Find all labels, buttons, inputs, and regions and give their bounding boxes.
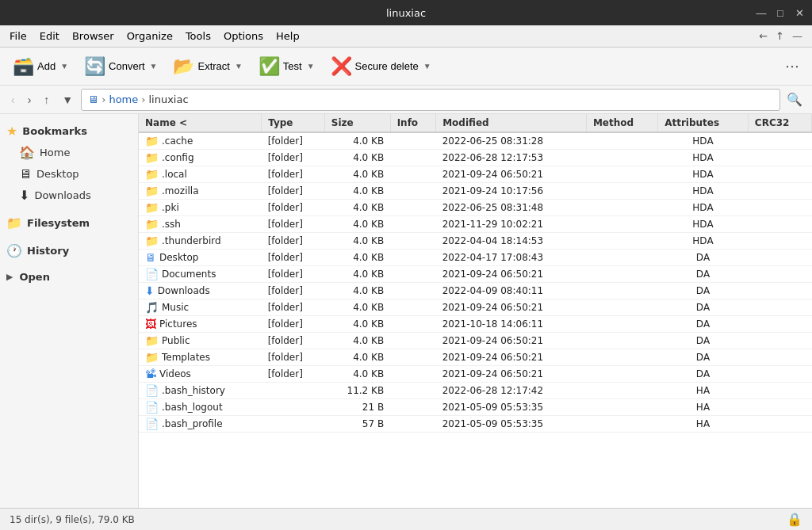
cell-method	[586, 132, 657, 150]
minimize-button[interactable]: —	[755, 6, 768, 19]
cell-method	[586, 266, 657, 283]
menu-browser[interactable]: Browser	[66, 28, 121, 44]
menu-tools[interactable]: Tools	[179, 28, 217, 44]
cell-modified: 2022-04-04 18:14:53	[436, 233, 587, 250]
table-row[interactable]: ⬇ Downloads [folder] 4.0 KB 2022-04-09 0…	[139, 283, 812, 299]
cell-type: [folder]	[262, 316, 325, 333]
menu-options[interactable]: Options	[217, 28, 270, 44]
cell-method	[586, 333, 657, 349]
table-row[interactable]: 📁 .config [folder] 4.0 KB 2022-06-28 12:…	[139, 150, 812, 166]
menu-help[interactable]: Help	[270, 28, 306, 44]
menu-organize[interactable]: Organize	[121, 28, 179, 44]
table-row[interactable]: 📁 .mozilla [folder] 4.0 KB 2021-09-24 10…	[139, 183, 812, 200]
table-row[interactable]: 📄 .bash_profile 57 B 2021-05-09 05:53:35…	[139, 416, 812, 433]
convert-button[interactable]: 🔄 Convert ▼	[78, 52, 163, 81]
filename: .bash_history	[162, 385, 225, 396]
sidebar-item-downloads[interactable]: ⬇ Downloads	[0, 185, 138, 206]
table-row[interactable]: 📄 .bash_history 11.2 KB 2022-06-28 12:17…	[139, 383, 812, 399]
close-button[interactable]: ✕	[793, 6, 806, 19]
table-row[interactable]: 🖥 Desktop [folder] 4.0 KB 2022-04-17 17:…	[139, 250, 812, 266]
sidebar: ★ Bookmarks 🏠 Home 🖥 Desktop ⬇ Downloads…	[0, 114, 139, 508]
folder-videos-icon: 📽	[145, 368, 156, 380]
cell-type: [folder]	[262, 150, 325, 166]
col-name[interactable]: Name <	[139, 114, 262, 132]
table-row[interactable]: 📁 .pki [folder] 4.0 KB 2022-06-25 08:31:…	[139, 200, 812, 216]
maximize-button[interactable]: □	[774, 6, 787, 19]
search-button[interactable]: 🔍	[783, 89, 806, 110]
cell-modified: 2021-09-24 06:50:21	[436, 266, 587, 283]
cell-crc32	[748, 299, 811, 316]
table-row[interactable]: 📁 .cache [folder] 4.0 KB 2022-06-25 08:3…	[139, 132, 812, 150]
bookmarks-label: Bookmarks	[22, 125, 87, 137]
cell-type: [folder]	[262, 183, 325, 200]
filename: Pictures	[159, 318, 197, 330]
breadcrumb-home[interactable]: home	[109, 93, 138, 105]
table-row[interactable]: 📁 .local [folder] 4.0 KB 2021-09-24 06:5…	[139, 166, 812, 183]
menubar-arrows: ← ↑ —	[753, 29, 809, 44]
table-row[interactable]: 📄 .bash_logout 21 B 2021-05-09 05:53:35 …	[139, 399, 812, 416]
col-attributes[interactable]: Attributes	[658, 114, 749, 132]
col-method[interactable]: Method	[586, 114, 657, 132]
nav-dropdown-button[interactable]: ▼	[57, 90, 78, 109]
toolbar-more-button[interactable]: ⋯	[779, 55, 806, 78]
cell-type: [folder]	[262, 233, 325, 250]
cell-method	[586, 283, 657, 299]
cell-size: 4.0 KB	[324, 283, 390, 299]
cell-size: 11.2 KB	[324, 383, 390, 399]
secure-delete-icon: ❌	[331, 56, 352, 77]
cell-size: 4.0 KB	[324, 266, 390, 283]
cell-modified: 2021-05-09 05:53:35	[436, 399, 587, 416]
col-size[interactable]: Size	[324, 114, 390, 132]
arrow-left[interactable]: ←	[756, 29, 771, 44]
table-row[interactable]: 📽 Videos [folder] 4.0 KB 2021-09-24 06:5…	[139, 366, 812, 383]
cell-modified: 2021-09-24 06:50:21	[436, 333, 587, 349]
folder-icon: 📁	[145, 135, 159, 147]
history-label: History	[27, 245, 69, 257]
sidebar-item-home[interactable]: 🏠 Home	[0, 142, 138, 163]
col-modified[interactable]: Modified	[436, 114, 587, 132]
cell-info	[390, 166, 436, 183]
cell-crc32	[748, 150, 811, 166]
table-row[interactable]: 🖼 Pictures [folder] 4.0 KB 2021-10-18 14…	[139, 316, 812, 333]
col-crc32[interactable]: CRC32	[748, 114, 811, 132]
table-row[interactable]: 📁 .ssh [folder] 4.0 KB 2021-11-29 10:02:…	[139, 216, 812, 233]
cell-attributes: DA	[658, 366, 749, 383]
arrow-up[interactable]: ↑	[772, 29, 787, 44]
cell-size: 4.0 KB	[324, 233, 390, 250]
sidebar-bookmarks-header[interactable]: ★ Bookmarks	[0, 120, 138, 142]
filename: .config	[162, 152, 194, 163]
table-row[interactable]: 📄 Documents [folder] 4.0 KB 2021-09-24 0…	[139, 266, 812, 283]
table-row[interactable]: 📁 .thunderbird [folder] 4.0 KB 2022-04-0…	[139, 233, 812, 250]
cell-modified: 2022-06-25 08:31:28	[436, 132, 587, 150]
add-button[interactable]: 🗃️ Add ▼	[6, 52, 75, 81]
nav-up-button[interactable]: ↑	[39, 90, 54, 109]
cell-method	[586, 399, 657, 416]
filename: Templates	[162, 352, 210, 363]
nav-back-button[interactable]: ‹	[6, 90, 20, 109]
col-info[interactable]: Info	[390, 114, 436, 132]
breadcrumb-current: linuxiac	[148, 93, 188, 105]
cell-modified: 2021-09-24 10:17:56	[436, 183, 587, 200]
col-type[interactable]: Type	[262, 114, 325, 132]
desktop-icon: 🖥	[19, 166, 32, 181]
secure-delete-label: Secure delete	[355, 60, 419, 72]
secure-delete-button[interactable]: ❌ Secure delete ▼	[324, 52, 438, 81]
cell-method	[586, 233, 657, 250]
test-button[interactable]: ✅ Test ▼	[252, 52, 321, 81]
cell-info	[390, 383, 436, 399]
nav-forward-button[interactable]: ›	[23, 90, 36, 109]
menu-edit[interactable]: Edit	[33, 28, 66, 44]
breadcrumb-computer-icon[interactable]: 🖥	[88, 93, 98, 105]
table-row[interactable]: 📁 Templates [folder] 4.0 KB 2021-09-24 0…	[139, 349, 812, 366]
table-row[interactable]: 🎵 Music [folder] 4.0 KB 2021-09-24 06:50…	[139, 299, 812, 316]
cell-attributes: DA	[658, 283, 749, 299]
cell-type: [folder]	[262, 200, 325, 216]
menu-file[interactable]: File	[3, 28, 33, 44]
extract-button[interactable]: 📂 Extract ▼	[167, 52, 248, 81]
sidebar-filesystem-header[interactable]: 📁 Filesystem	[0, 212, 138, 234]
sidebar-history-header[interactable]: 🕐 History	[0, 240, 138, 261]
table-row[interactable]: 📁 Public [folder] 4.0 KB 2021-09-24 06:5…	[139, 333, 812, 349]
sidebar-open-header[interactable]: ▶ Open	[0, 268, 138, 286]
filesystem-icon: 📁	[6, 215, 22, 231]
sidebar-item-desktop[interactable]: 🖥 Desktop	[0, 163, 138, 185]
